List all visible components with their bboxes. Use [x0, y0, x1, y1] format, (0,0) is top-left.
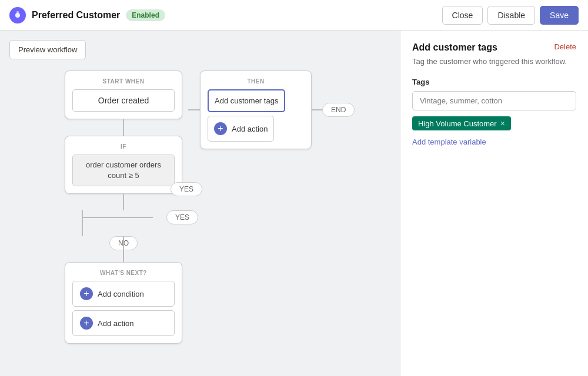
- add-condition-icon: +: [80, 287, 93, 300]
- whats-next-node: WHAT'S NEXT? + Add condition + Add actio…: [65, 262, 182, 344]
- tags-row: High Volume Customer ×: [412, 116, 576, 130]
- add-customer-tags-button[interactable]: Add customer tags: [208, 89, 285, 112]
- whats-next-label: WHAT'S NEXT?: [72, 270, 175, 276]
- delete-button[interactable]: Delete: [554, 42, 576, 51]
- no-spacing: [24, 224, 223, 236]
- workflow-canvas: Preview workflow START WHEN Order create…: [0, 31, 400, 376]
- then-add-action-label: Add action: [232, 125, 268, 133]
- yes-oval: YES: [171, 182, 202, 196]
- panel-header: Add customer tags Delete: [412, 42, 576, 53]
- v-line-no3: [123, 236, 124, 250]
- remove-tag-button[interactable]: ×: [500, 119, 505, 128]
- then-label: THEN: [208, 78, 304, 85]
- start-when-content: Order created: [72, 89, 175, 112]
- add-action-bottom-button[interactable]: + Add action: [72, 310, 175, 336]
- if-node: IF order customer orders count ≥ 5: [65, 136, 182, 194]
- high-volume-tag: High Volume Customer ×: [412, 116, 511, 130]
- header: Preferred Customer Enabled Close Disable…: [0, 0, 588, 31]
- end-connector: END: [312, 103, 355, 117]
- main-layout: Preview workflow START WHEN Order create…: [0, 31, 588, 376]
- then-add-action-button[interactable]: + Add action: [208, 116, 274, 142]
- end-label: END: [322, 103, 355, 117]
- connector-2: [123, 194, 124, 210]
- tags-label: Tags: [412, 78, 576, 86]
- close-button[interactable]: Close: [442, 6, 483, 25]
- yes-label-container: YES: [166, 210, 198, 224]
- preview-workflow-button[interactable]: Preview workflow: [9, 40, 86, 59]
- branch-connector: YES: [24, 194, 223, 224]
- if-content: order customer orders count ≥ 5: [72, 155, 175, 186]
- add-template-variable-link[interactable]: Add template variable: [412, 137, 486, 146]
- start-when-node: START WHEN Order created: [65, 70, 182, 119]
- panel-title: Add customer tags: [412, 42, 497, 53]
- if-label: IF: [72, 143, 175, 150]
- then-plus-icon: +: [214, 122, 227, 135]
- h-line-end: [312, 109, 322, 110]
- svg-point-1: [16, 11, 19, 14]
- h-connector-then: [188, 109, 200, 110]
- add-customer-tags-label: Add customer tags: [215, 96, 278, 105]
- no-oval-row: NO: [65, 236, 182, 250]
- add-condition-button[interactable]: + Add condition: [72, 281, 175, 307]
- yes-oval-positioned: YES: [171, 182, 202, 196]
- tags-input[interactable]: [412, 91, 576, 110]
- panel-subtitle: Tag the customer who triggered this work…: [412, 56, 576, 67]
- add-action-bottom-label: Add action: [98, 319, 133, 328]
- yes-label: YES: [166, 210, 198, 224]
- svg-point-0: [15, 13, 20, 18]
- header-actions: Close Disable Save: [442, 6, 579, 25]
- high-volume-tag-label: High Volume Customer: [418, 119, 497, 128]
- v-line-no4: [123, 250, 124, 262]
- v-line-no2: [82, 224, 83, 236]
- status-badge: Enabled: [126, 9, 165, 21]
- v-line-no: [82, 210, 83, 224]
- workflow-title: Preferred Customer: [32, 10, 120, 21]
- then-row: THEN Add customer tags + Add action END: [188, 70, 355, 149]
- side-panel: Add customer tags Delete Tag the custome…: [400, 31, 588, 376]
- branch-row: YES: [24, 210, 223, 224]
- start-when-label: START WHEN: [72, 78, 175, 85]
- app-logo: [9, 7, 26, 24]
- then-node: THEN Add customer tags + Add action: [200, 70, 312, 149]
- no-connector: [65, 250, 182, 262]
- save-button[interactable]: Save: [540, 6, 579, 25]
- add-condition-label: Add condition: [98, 290, 144, 298]
- h-line-yes: [82, 217, 153, 218]
- connector-1: [123, 119, 124, 136]
- disable-button[interactable]: Disable: [487, 6, 535, 25]
- add-action-bottom-icon: +: [80, 317, 93, 330]
